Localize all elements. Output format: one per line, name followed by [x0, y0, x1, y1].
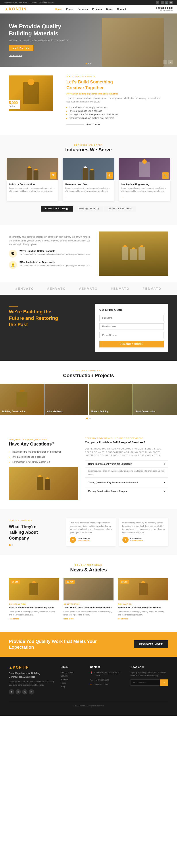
nav-contact[interactable]: Contact: [117, 8, 126, 10]
hero-cta-button[interactable]: CONTACT US: [9, 45, 33, 51]
testimonial-footer-1: M Mark Jonson CONTRACTOR: [70, 537, 112, 543]
industry-title-3: Mechanical Engineering: [121, 183, 168, 186]
footer-social: f 𝕏 ◎ in: [9, 689, 54, 694]
hero-next-button[interactable]: ›: [168, 60, 173, 64]
faq-left: FREQUENTLY ASKED QUESTIONS Have Any Ques…: [9, 437, 78, 500]
strategy-content: The majority have suffered alteration in…: [9, 235, 92, 272]
quote-phone-input[interactable]: [99, 332, 164, 338]
welcome-list-item: Making this the first true generator on …: [66, 113, 168, 116]
footer-link-1[interactable]: Getting Started: [61, 671, 83, 674]
navbar: ▲KONTIN Home Pages Services Projects New…: [0, 5, 177, 13]
tab-solutions[interactable]: Industry Solutions: [104, 206, 136, 212]
news-card-2: 18 Jan CONSTRUCTION The Dream Constructi…: [63, 578, 114, 623]
project-dot-1[interactable]: [86, 417, 88, 420]
instagram-icon[interactable]: 📷: [165, 1, 168, 4]
project-pagination: [0, 417, 177, 420]
twitter-icon[interactable]: 𝕏: [156, 1, 159, 4]
footer-logo: ▲KONTIN: [9, 665, 54, 670]
footer-link-2[interactable]: Services: [61, 675, 83, 677]
nav-services[interactable]: Services: [78, 8, 88, 10]
footer-linkedin-icon[interactable]: in: [29, 689, 34, 694]
news-date-2: 18 Jan: [65, 580, 75, 584]
news-card-3: 22 Jan RENOVATION Renovation Add Value t…: [118, 578, 168, 623]
industry-link-2[interactable]: →: [65, 196, 67, 198]
building-icon: 🏗: [9, 250, 17, 258]
nav-pages[interactable]: Pages: [66, 8, 73, 10]
faq-title: Have Any Questions?: [9, 441, 78, 447]
footer-copyright: © 2023 Kontin. All Rights Reserved.: [9, 701, 168, 707]
newsletter-form: →: [130, 679, 168, 686]
footer-tagline: Great Experience for Building Constructi…: [9, 672, 54, 679]
faq-accordion: COMPANY PROVIDE A FULL RANGE OF SERVICES…: [85, 437, 168, 500]
industry-link-3[interactable]: →: [121, 196, 123, 198]
footer-link-4[interactable]: News: [61, 682, 83, 684]
projects-section: COMPLETE SOME BEST Construction Projects…: [0, 361, 177, 428]
cta-button[interactable]: DISCOVER MORE: [134, 640, 168, 648]
project-card-1[interactable]: Building Construction: [0, 384, 44, 415]
nav-home[interactable]: Home: [55, 8, 62, 10]
news-link-3[interactable]: Read More: [118, 618, 128, 620]
testimonial-role-1: CONTRACTOR: [78, 540, 90, 542]
footer-instagram-icon[interactable]: ◎: [22, 689, 27, 694]
hero-learn-more[interactable]: LEARN MORE: [9, 55, 22, 57]
accordion-question-2: Taking Questions Key Performance Indicat…: [88, 482, 138, 484]
welcome-title: Let's Build Something Creative Together: [66, 79, 168, 91]
nav-news[interactable]: News: [106, 8, 113, 10]
testimonial-avatar-1: M: [70, 537, 76, 543]
news-img-2: 18 Jan: [63, 578, 114, 600]
hero-prev-button[interactable]: ‹: [163, 60, 167, 64]
facebook-icon[interactable]: f: [160, 1, 164, 4]
industry-card-1: 🏗 Industry Construction Lorem ipsum dolo…: [7, 158, 58, 201]
welcome-tag: WELCOME TO KONTIN: [66, 75, 168, 78]
accordion-header-2[interactable]: Taking Questions Key Performance Indicat…: [85, 479, 168, 486]
project-card-4[interactable]: Road Construction: [133, 384, 177, 415]
hero-title: We Provide Quality Building Materials: [9, 23, 80, 37]
industry-title-1: Industry Construction: [9, 183, 56, 186]
footer-facebook-icon[interactable]: f: [9, 689, 14, 694]
news-excerpt-3: Lorem ipsum is not simply dummy text of …: [118, 610, 168, 616]
welcome-image-area: 5,000 Review: [9, 75, 60, 111]
news-link-2[interactable]: Read More: [63, 618, 74, 620]
quote-left: We're Building the Future and Restoring …: [9, 304, 86, 328]
footer-contact-title: Contact: [90, 665, 124, 669]
news-link-1[interactable]: Read More: [9, 618, 19, 620]
industry-card-2: ⚙ Petroleum and Gas Lorem ipsum dolor si…: [63, 158, 114, 201]
industry-img-1: 🏗: [7, 158, 58, 180]
welcome-list-item: If you are going to use a passage: [66, 110, 168, 112]
quote-submit-button[interactable]: DEMAND A QUOTE: [99, 341, 164, 347]
quote-email-input[interactable]: [99, 323, 164, 330]
newsletter-input[interactable]: [130, 679, 160, 686]
project-dot-2[interactable]: [89, 417, 91, 420]
testimonials-title: What They're Talking About Company: [9, 524, 60, 541]
testimonials-pagination: [9, 544, 60, 546]
industry-card-3: 🔧 Mechanical Engineering Lorem ipsum dol…: [119, 158, 170, 201]
testimonials-dot-1[interactable]: [9, 544, 11, 546]
newsletter-submit-button[interactable]: →: [160, 679, 168, 686]
project-card-3[interactable]: Modern Building: [89, 384, 133, 415]
footer-twitter-icon[interactable]: 𝕏: [16, 689, 21, 694]
accordion-body-1: Lorem ipsum dolor sit amet, consectetur …: [85, 467, 168, 477]
welcome-years-label: 30+ Years of building experience with gl…: [66, 92, 168, 95]
accordion-header-1[interactable]: Home Improvement Works are Expected? ▾: [85, 461, 168, 467]
quote-name-input[interactable]: [99, 315, 164, 321]
footer-link-5[interactable]: Blog: [61, 685, 83, 688]
partner-1: #ENVATO: [16, 287, 34, 290]
tab-industry[interactable]: Leading Industry: [73, 206, 104, 212]
industry-link-1[interactable]: →: [9, 196, 11, 198]
partner-4: #ENVATO: [111, 287, 130, 290]
accordion-item-1: Home Improvement Works are Expected? ▾ L…: [85, 460, 168, 478]
project-card-2[interactable]: Industrial Work: [45, 384, 88, 415]
tab-strategy[interactable]: Powerfull Strategy: [41, 206, 73, 212]
testimonials-dot-2[interactable]: [11, 544, 13, 546]
news-title-2: The Dream Construction Innovation News: [63, 606, 114, 609]
accordion-header-3[interactable]: Moving Construction Project Program ▾: [85, 488, 168, 495]
nav-projects[interactable]: Projects: [92, 8, 102, 10]
phone-icon: 📞: [90, 679, 93, 681]
footer-link-3[interactable]: Projects: [61, 678, 83, 681]
hero-dot-3[interactable]: [90, 63, 91, 64]
team-icon: 👷: [9, 261, 17, 269]
news-title-1: How to Build a Powerful Building Plans: [9, 606, 59, 609]
accordion-item-2: Taking Questions Key Performance Indicat…: [85, 479, 168, 486]
linkedin-icon[interactable]: in: [170, 1, 173, 4]
news-category-1: CONSTRUCTION: [9, 603, 59, 605]
